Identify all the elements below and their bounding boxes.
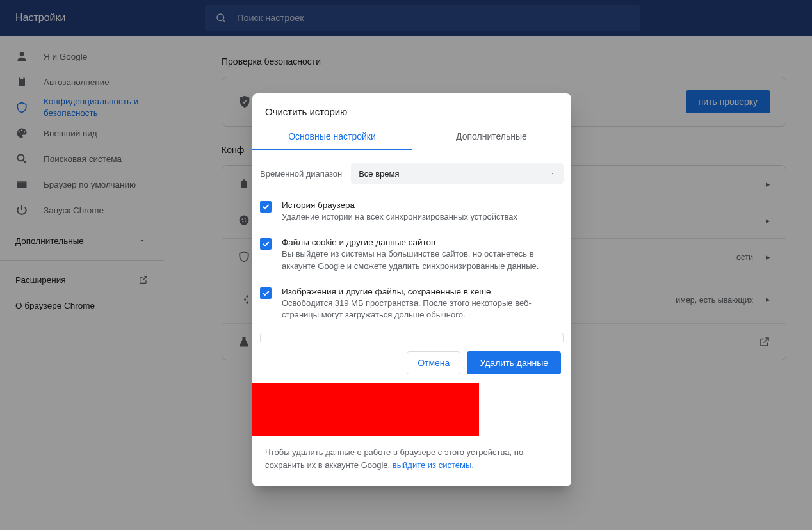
tab-advanced[interactable]: Дополнительные [412,125,571,150]
option-sub: Удаление истории на всех синхронизирован… [282,211,517,223]
option-sub: Освободится 319 МБ пространства. После э… [282,298,564,322]
option-title: История браузера [282,200,517,210]
google-activity-info: G Сведения о других действиях могут сохр… [260,333,564,342]
option-sub: Вы выйдете из системы на большинстве сай… [282,248,564,273]
option-cached-images[interactable]: Изображения и другие файлы, сохраненные … [257,282,566,331]
time-range-label: Временной диапазон [260,169,342,179]
time-range-value: Все время [359,169,399,179]
option-browsing-history[interactable]: История браузера Удаление истории на все… [257,195,566,232]
checkbox-checked[interactable] [260,287,272,299]
dialog-footer: Чтобы удалить данные о работе в браузере… [252,436,571,486]
chevron-down-icon [549,170,556,177]
option-title: Файлы cookie и другие данные сайтов [282,237,564,247]
sign-out-link[interactable]: выйдите из системы [393,460,471,470]
option-title: Изображения и другие файлы, сохраненные … [282,287,564,296]
checkbox-checked[interactable] [260,201,272,213]
dialog-tabs: Основные настройки Дополнительные [252,125,571,150]
dialog-title: Очистить историю [252,93,571,125]
time-range-select[interactable]: Все время [351,163,564,184]
checkbox-checked[interactable] [260,238,272,250]
option-cookies[interactable]: Файлы cookie и другие данные сайтов Вы в… [257,232,566,282]
dialog-actions: Отмена Удалить данные [252,342,571,383]
clear-data-button[interactable]: Удалить данные [467,351,561,374]
tab-basic[interactable]: Основные настройки [252,125,412,150]
dialog-body[interactable]: Временной диапазон Все время История бра… [252,150,571,342]
cancel-button[interactable]: Отмена [407,351,460,374]
redacted-block [252,383,479,436]
clear-browsing-data-dialog: Очистить историю Основные настройки Допо… [252,93,571,486]
